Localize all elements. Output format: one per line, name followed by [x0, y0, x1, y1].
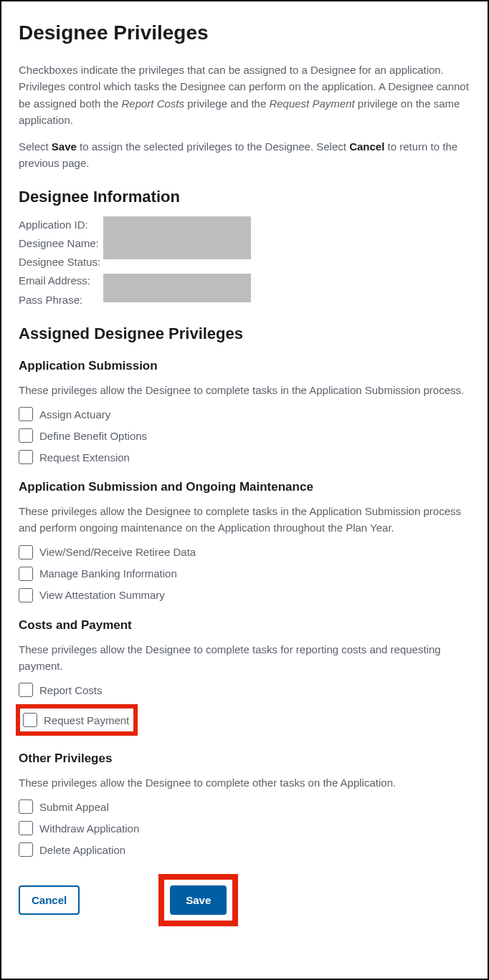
buttons-row: Cancel Save — [19, 874, 470, 926]
checkbox-icon[interactable] — [19, 567, 33, 581]
label-application-id: Application ID: — [19, 216, 103, 234]
checkbox-label: View/Send/Receive Retiree Data — [39, 546, 196, 558]
save-button[interactable]: Save — [170, 885, 227, 915]
section-desc-app-submission-ongoing: These privileges allow the Designee to c… — [19, 503, 470, 537]
section-desc-app-submission: These privileges allow the Designee to c… — [19, 382, 470, 398]
assigned-privileges-heading: Assigned Designee Privileges — [19, 325, 470, 343]
checkbox-icon[interactable] — [19, 821, 33, 835]
label-designee-status: Designee Status: — [19, 254, 103, 271]
highlight-save-button: Save — [158, 874, 238, 926]
checkbox-row-withdraw-application[interactable]: Withdraw Application — [19, 821, 470, 835]
intro-paragraph-2: Select Save to assign the selected privi… — [19, 138, 470, 172]
label-designee-name: Designee Name: — [19, 235, 103, 252]
section-title-costs-payment: Costs and Payment — [19, 618, 470, 633]
checkbox-row-report-costs[interactable]: Report Costs — [19, 683, 470, 697]
checkbox-label: Withdraw Application — [39, 822, 139, 835]
designee-info-grid: Application ID: Designee Name: Designee … — [19, 216, 470, 309]
checkbox-icon[interactable] — [23, 713, 37, 727]
section-desc-costs-payment: These privileges allow the Designee to c… — [19, 641, 470, 675]
designee-info-heading: Designee Information — [19, 188, 470, 206]
label-email-address: Email Address: — [19, 272, 103, 289]
checkbox-row-view-attestation-summary[interactable]: View Attestation Summary — [19, 588, 470, 602]
section-title-other: Other Privileges — [19, 751, 470, 766]
checkbox-label: Submit Appeal — [39, 801, 109, 813]
checkbox-icon[interactable] — [19, 407, 33, 421]
checkbox-row-request-payment[interactable]: Request Payment — [23, 713, 129, 727]
checkbox-label: Report Costs — [39, 684, 103, 696]
label-pass-phrase: Pass Phrase: — [19, 292, 103, 309]
checkbox-label: Assign Actuary — [39, 408, 110, 421]
checkbox-row-request-extension[interactable]: Request Extension — [19, 450, 470, 464]
checkbox-row-delete-application[interactable]: Delete Application — [19, 842, 470, 857]
section-title-app-submission-ongoing: Application Submission and Ongoing Maint… — [19, 480, 470, 494]
intro-paragraph-1: Checkboxes indicate the privileges that … — [19, 62, 470, 128]
checkbox-icon[interactable] — [19, 545, 33, 559]
redacted-block-1 — [103, 216, 251, 259]
checkbox-row-submit-appeal[interactable]: Submit Appeal — [19, 799, 470, 814]
checkbox-label: View Attestation Summary — [39, 589, 165, 601]
highlight-request-payment: Request Payment — [16, 704, 138, 736]
page-title: Designee Privileges — [19, 21, 470, 44]
checkbox-icon[interactable] — [19, 799, 33, 814]
checkbox-row-assign-actuary[interactable]: Assign Actuary — [19, 407, 470, 421]
checkbox-row-manage-banking-information[interactable]: Manage Banking Information — [19, 567, 470, 581]
checkbox-icon[interactable] — [19, 428, 33, 443]
checkbox-icon[interactable] — [19, 450, 33, 464]
checkbox-icon[interactable] — [19, 683, 33, 697]
checkbox-row-define-benefit-options[interactable]: Define Benefit Options — [19, 428, 470, 443]
checkbox-label: Define Benefit Options — [39, 430, 147, 442]
section-desc-other: These privileges allow the Designee to c… — [19, 774, 470, 791]
cancel-button[interactable]: Cancel — [19, 885, 80, 915]
redacted-block-2 — [103, 274, 251, 302]
checkbox-icon[interactable] — [19, 588, 33, 602]
checkbox-label: Manage Banking Information — [39, 567, 177, 580]
checkbox-label: Request Extension — [39, 451, 130, 463]
checkbox-row-view-send-receive-retiree-data[interactable]: View/Send/Receive Retiree Data — [19, 545, 470, 559]
checkbox-label: Request Payment — [44, 714, 129, 726]
checkbox-label: Delete Application — [39, 844, 125, 856]
section-title-app-submission: Application Submission — [19, 359, 470, 373]
checkbox-icon[interactable] — [19, 842, 33, 857]
